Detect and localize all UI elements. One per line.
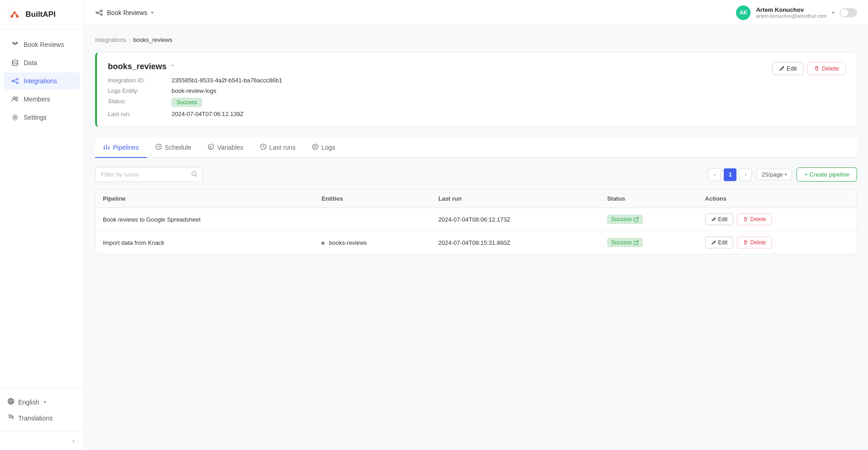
sidebar-item-label: Integrations bbox=[24, 77, 57, 85]
edit-icon bbox=[779, 66, 785, 71]
table-row: Import data from Knack books-reviews 202… bbox=[96, 231, 857, 254]
breadcrumb-integrations[interactable]: Integrations bbox=[95, 36, 126, 43]
tab-last-runs[interactable]: Last runs bbox=[252, 138, 304, 158]
tab-pipelines-label: Pipelines bbox=[113, 144, 139, 151]
cell-entities bbox=[314, 208, 431, 231]
status-badge: Success bbox=[607, 238, 643, 247]
pipeline-tab-icon bbox=[103, 143, 110, 152]
integration-lastrun-value: 2024-07-04T07:06:12.139Z bbox=[172, 111, 772, 117]
integration-card: books_reviews ⌃ Integration ID: 235585b1… bbox=[95, 52, 857, 127]
integration-chevron-icon[interactable]: ⌃ bbox=[170, 64, 175, 70]
integration-title: books_reviews ⌃ bbox=[108, 62, 772, 71]
col-actions: Actions bbox=[698, 190, 857, 208]
translations-label: Translations bbox=[18, 415, 53, 422]
sidebar-item-english[interactable]: English ▾ bbox=[7, 394, 76, 410]
row-delete-button[interactable]: Delete bbox=[737, 237, 772, 248]
external-link-icon bbox=[634, 240, 639, 245]
toggle-switch[interactable] bbox=[840, 8, 857, 17]
pipelines-table: Pipeline Entities Last run Status Action… bbox=[95, 189, 857, 254]
data-icon bbox=[11, 59, 19, 67]
tab-pipelines[interactable]: Pipelines bbox=[95, 138, 147, 158]
integration-id-label: Integration ID: bbox=[108, 77, 172, 84]
tab-variables[interactable]: @ Variables bbox=[199, 138, 251, 158]
edit-icon bbox=[711, 217, 716, 222]
logs-tab-icon bbox=[312, 143, 319, 152]
status-badge: Success bbox=[607, 215, 643, 224]
collapse-icon[interactable]: ‹ bbox=[71, 435, 76, 446]
prev-page-button[interactable]: ‹ bbox=[708, 168, 721, 181]
svg-point-7 bbox=[16, 78, 18, 80]
cell-actions: Edit Delete bbox=[698, 231, 857, 254]
integration-delete-button[interactable]: Delete bbox=[807, 62, 846, 75]
sidebar-item-label: Members bbox=[24, 96, 50, 103]
filter-input-wrap bbox=[95, 167, 203, 182]
settings-icon bbox=[11, 113, 19, 121]
table-row: Book reviews to Google Spreadsheet 2024-… bbox=[96, 208, 857, 231]
tab-logs[interactable]: Logs bbox=[304, 138, 343, 158]
svg-point-8 bbox=[16, 82, 18, 84]
english-label: English bbox=[18, 399, 39, 406]
per-page-chevron: ▾ bbox=[785, 172, 787, 177]
user-avatar: AK bbox=[736, 5, 751, 20]
row-delete-button[interactable]: Delete bbox=[737, 213, 772, 225]
delete-icon bbox=[814, 66, 820, 71]
sidebar-item-integrations[interactable]: Integrations bbox=[4, 72, 80, 90]
integration-id-value: 235585b1-8533-4a2f-b541-ba76accc86b1 bbox=[172, 77, 772, 84]
cell-last-run: 2024-07-04T08:15:31.860Z bbox=[431, 231, 600, 254]
cell-entities: books-reviews bbox=[314, 231, 431, 254]
col-entities: Entities bbox=[314, 190, 431, 208]
svg-line-23 bbox=[98, 13, 101, 15]
integration-name: books_reviews bbox=[108, 62, 167, 71]
topbar-project: Book Reviews ▾ bbox=[95, 9, 153, 17]
sidebar-item-translations[interactable]: Translations bbox=[7, 410, 76, 426]
project-dropdown-icon[interactable]: ▾ bbox=[151, 10, 153, 15]
sidebar-item-label: Book Reviews bbox=[24, 41, 64, 48]
edit-icon bbox=[711, 240, 716, 245]
per-page-select[interactable]: 25/page ▾ bbox=[756, 169, 792, 180]
svg-point-13 bbox=[14, 116, 16, 119]
svg-point-11 bbox=[13, 97, 15, 99]
last-runs-tab-icon bbox=[260, 143, 267, 152]
integration-actions: Edit Delete bbox=[772, 62, 846, 75]
integration-lastrun-label: Last run: bbox=[108, 111, 172, 117]
filter-input[interactable] bbox=[96, 168, 187, 181]
breadcrumb-separator: / bbox=[129, 36, 131, 43]
delete-icon bbox=[743, 240, 748, 245]
sidebar-nav: Book Reviews Data Integrations Members bbox=[0, 30, 84, 388]
row-edit-button[interactable]: Edit bbox=[705, 213, 734, 225]
row-edit-button[interactable]: Edit bbox=[705, 237, 734, 248]
tabs-bar: Pipelines Schedule @ Variables bbox=[95, 138, 857, 158]
svg-point-19 bbox=[96, 12, 98, 14]
sidebar-item-settings[interactable]: Settings bbox=[4, 109, 80, 126]
integration-status-label: Status: bbox=[108, 98, 172, 107]
english-chevron: ▾ bbox=[44, 399, 46, 404]
col-pipeline: Pipeline bbox=[96, 190, 314, 208]
sidebar-bottom: English ▾ Translations bbox=[0, 388, 84, 431]
create-pipeline-button[interactable]: + Create pipeline bbox=[797, 167, 857, 182]
breadcrumb-current: books_reviews bbox=[133, 36, 173, 43]
integration-status-value: Success bbox=[172, 98, 772, 107]
svg-line-33 bbox=[196, 175, 198, 177]
sidebar-item-book-reviews[interactable]: Book Reviews bbox=[4, 36, 80, 53]
next-page-button[interactable]: › bbox=[739, 168, 752, 181]
svg-point-0 bbox=[8, 8, 21, 21]
sidebar-item-data[interactable]: Data bbox=[4, 54, 80, 71]
user-dropdown-icon[interactable]: ▾ bbox=[832, 10, 834, 15]
entity-dot bbox=[321, 242, 325, 245]
integration-logs-value: book-review-logs bbox=[172, 87, 772, 94]
schedule-tab-icon bbox=[155, 143, 162, 152]
svg-line-22 bbox=[98, 11, 101, 13]
sidebar: BuiltAPI Book Reviews Data Integrations bbox=[0, 0, 84, 450]
filter-search-button[interactable] bbox=[187, 167, 202, 182]
sidebar-collapse[interactable]: ‹ bbox=[0, 431, 84, 450]
svg-point-25 bbox=[106, 148, 107, 150]
project-icon bbox=[95, 9, 103, 17]
svg-point-24 bbox=[104, 148, 105, 150]
cell-status: Success bbox=[600, 208, 698, 231]
pagination: ‹ 1 › bbox=[708, 168, 752, 181]
tab-logs-label: Logs bbox=[321, 144, 335, 151]
integration-edit-button[interactable]: Edit bbox=[772, 62, 803, 75]
tab-schedule[interactable]: Schedule bbox=[147, 138, 199, 158]
sidebar-item-members[interactable]: Members bbox=[4, 91, 80, 108]
svg-point-12 bbox=[16, 97, 18, 99]
